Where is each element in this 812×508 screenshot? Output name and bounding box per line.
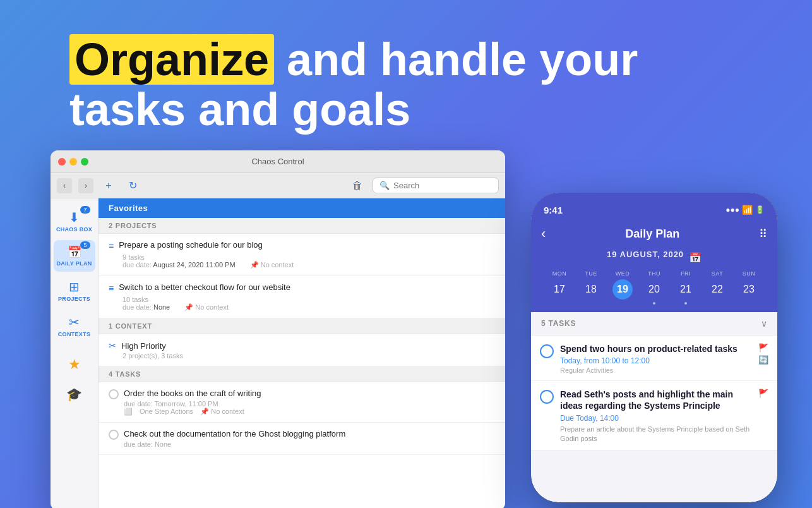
task-checkbox[interactable]: [109, 389, 119, 399]
mobile-task-icons: 🚩 🔄: [758, 343, 768, 365]
day-col-fri[interactable]: FRI 21: [676, 270, 696, 305]
task-count: 10 tasks: [122, 296, 148, 303]
task-item[interactable]: ≡ Prepare a posting schedule for our blo…: [99, 234, 505, 276]
forward-button[interactable]: ›: [78, 178, 93, 193]
chaos-box-badge: 7: [80, 206, 90, 214]
expand-icon[interactable]: ∨: [761, 318, 767, 329]
favorites-header: Favorites: [99, 198, 505, 218]
context-subheader: 1 CONTEXT: [99, 318, 505, 334]
hero-title: Organize and handle your: [69, 35, 638, 85]
hero-line2: tasks and goals: [69, 85, 638, 135]
task-checkbox[interactable]: [109, 430, 119, 440]
projects-subheader: 2 PROJECTS: [99, 218, 505, 234]
day-number: 21: [676, 279, 696, 299]
mobile-task-time: Today, from 10:00 to 12:00: [560, 356, 752, 365]
mobile-task-item[interactable]: Spend two hours on product-related tasks…: [531, 336, 777, 381]
daily-plan-icon: 📅: [68, 245, 81, 259]
plain-step-icon: ⬜: [124, 408, 133, 415]
plain-task-item[interactable]: Order the books on the craft of writing …: [99, 382, 505, 423]
day-dot: [684, 302, 687, 305]
date-label: 19 AUGUST, 2020: [607, 250, 684, 259]
mobile-status-bar: 9:41 ●●● 📶 🔋: [531, 193, 777, 221]
mobile-task-time: Due Today, 14:00: [560, 414, 752, 423]
battery-icon: 🔋: [755, 205, 765, 214]
sidebar-item-contexts[interactable]: ✂ CONTEXTS: [54, 310, 95, 342]
add-button[interactable]: +: [100, 177, 117, 195]
day-name: TUE: [585, 270, 597, 277]
context-icon: ✂: [109, 341, 116, 351]
calendar-icon[interactable]: 📅: [689, 251, 702, 263]
close-dot[interactable]: [58, 158, 66, 166]
minimize-dot[interactable]: [69, 158, 77, 166]
plain-task-context: ⬜ One Step Actions 📌 No context: [124, 408, 495, 416]
back-button[interactable]: ‹: [57, 178, 72, 193]
tasks-subheader: 4 TASKS: [99, 366, 505, 382]
mobile-task-item[interactable]: Read Seth's posts and highlight the main…: [531, 381, 777, 451]
day-name: FRI: [681, 270, 691, 277]
plain-task-item[interactable]: Check out the documentation for the Ghos…: [99, 423, 505, 455]
contexts-icon: ✂: [69, 315, 80, 330]
status-icons: ●●● 📶 🔋: [725, 205, 765, 215]
day-number: 23: [739, 279, 759, 299]
sidebar-item-goals[interactable]: 🎓: [54, 382, 95, 408]
tasks-section-bar: 5 TASKS ∨: [531, 312, 777, 336]
task-name: Switch to a better checkout flow for our…: [119, 282, 290, 292]
mobile-task-name: Read Seth's posts and highlight the main…: [560, 389, 752, 411]
sidebar: 7 ⬇ CHAOS BOX 5 📅 DAILY PLAN ⊞ PROJECTS …: [51, 198, 99, 508]
task-count: 9 tasks: [122, 253, 145, 261]
day-number: 18: [581, 279, 601, 299]
day-name: THU: [648, 270, 660, 277]
mobile-title: Daily Plan: [625, 227, 679, 241]
task-name: Prepare a posting schedule for our blog: [119, 240, 263, 250]
day-name: MON: [552, 270, 567, 277]
day-col-tue[interactable]: TUE 18: [581, 270, 601, 305]
task-due: due date: August 24, 2020 11:00 PM 📌 No …: [122, 261, 495, 269]
day-col-thu[interactable]: THU 20: [644, 270, 664, 305]
day-number: 22: [707, 279, 727, 299]
status-time: 9:41: [544, 205, 563, 215]
search-input[interactable]: [393, 181, 492, 190]
window-body: 7 ⬇ CHAOS BOX 5 📅 DAILY PLAN ⊞ PROJECTS …: [51, 198, 505, 508]
flag-icon: 🚩: [758, 343, 768, 353]
search-icon: 🔍: [379, 181, 390, 190]
task-type-icon: ≡: [109, 283, 114, 293]
due-label: due date: August 24, 2020 11:00 PM: [122, 261, 242, 269]
daily-plan-label: DAILY PLAN: [56, 260, 92, 267]
task-type-icon: ≡: [109, 241, 114, 251]
day-number-today: 19: [612, 279, 633, 299]
day-col-mon[interactable]: MON 17: [549, 270, 570, 305]
sidebar-item-projects[interactable]: ⊞ PROJECTS: [54, 274, 95, 307]
window-toolbar: ‹ › + ↻ 🗑 🔍: [51, 173, 505, 198]
repeat-icon: 🔄: [758, 355, 768, 365]
delete-button[interactable]: 🗑: [349, 177, 366, 195]
hero-section: Organize and handle your tasks and goals: [69, 35, 638, 135]
day-col-sat[interactable]: SAT 22: [707, 270, 727, 305]
mobile-task-icons: 🚩: [758, 389, 768, 398]
sidebar-item-daily-plan[interactable]: 5 📅 DAILY PLAN: [54, 240, 95, 272]
day-col-wed[interactable]: WED 19: [612, 270, 633, 305]
plain-task-content: Order the books on the craft of writing …: [124, 389, 495, 416]
flag-icon: 🚩: [758, 389, 768, 398]
task-check-circle[interactable]: [540, 390, 554, 404]
task-check-circle[interactable]: [540, 344, 554, 358]
maximize-dot[interactable]: [81, 158, 88, 166]
search-box[interactable]: 🔍: [373, 178, 499, 193]
context-item[interactable]: ✂ High Priority 2 project(s), 3 tasks: [99, 334, 505, 366]
mobile-device: 9:41 ●●● 📶 🔋 ‹ Daily Plan ⠿ 19 AUGUST, 2…: [531, 193, 777, 502]
tasks-count: 5 TASKS: [541, 319, 576, 328]
plain-action: One Step Actions: [140, 408, 193, 415]
mobile-body: 5 TASKS ∨ Spend two hours on product-rel…: [531, 312, 777, 502]
projects-label: PROJECTS: [58, 296, 90, 302]
mobile-task-body: Spend two hours on product-related tasks…: [560, 343, 752, 374]
back-button[interactable]: ‹: [541, 226, 546, 242]
task-item[interactable]: ≡ Switch to a better checkout flow for o…: [99, 276, 505, 318]
day-number: 20: [644, 279, 664, 299]
task-meta: 10 tasks: [122, 296, 495, 303]
sidebar-item-favorites[interactable]: ★: [54, 351, 95, 379]
plain-task-name: Order the books on the craft of writing: [124, 389, 495, 398]
plain-task-content: Check out the documentation for the Ghos…: [124, 429, 495, 448]
day-col-sun[interactable]: SUN 23: [739, 270, 759, 305]
sidebar-item-chaos-box[interactable]: 7 ⬇ CHAOS BOX: [54, 205, 95, 238]
refresh-button[interactable]: ↻: [124, 177, 141, 195]
menu-button[interactable]: ⠿: [759, 227, 767, 241]
